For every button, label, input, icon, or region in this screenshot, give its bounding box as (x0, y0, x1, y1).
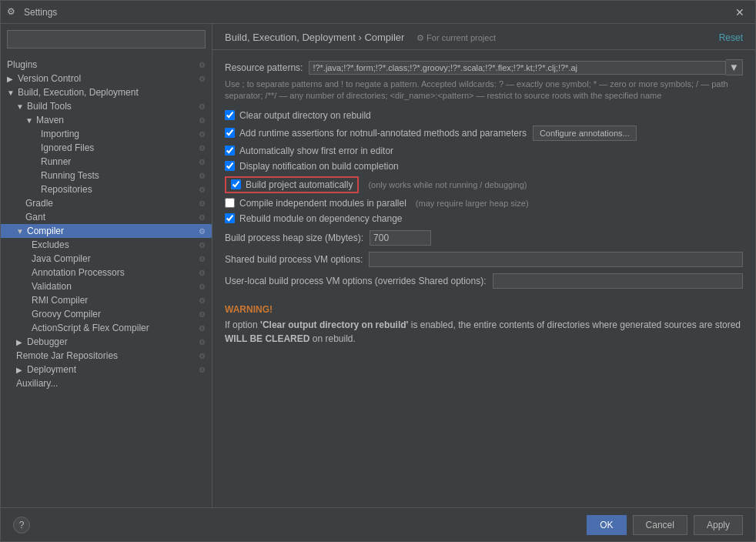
resource-patterns-dropdown-btn[interactable]: ▼ (726, 59, 743, 75)
warning-text: If option 'Clear output directory on reb… (225, 318, 743, 346)
cancel-button[interactable]: Cancel (633, 515, 687, 535)
sidebar-item-gant[interactable]: Gant ⚙ (1, 210, 212, 224)
sidebar-item-excludes[interactable]: Excludes ⚙ (1, 238, 212, 252)
clear-output-checkbox[interactable] (225, 110, 235, 120)
for-current-project[interactable]: ⚙ For current project (416, 33, 496, 42)
settings-gear-icon: ⚙ (199, 310, 206, 319)
sidebar-item-gradle[interactable]: Gradle ⚙ (1, 196, 212, 210)
ok-button[interactable]: OK (587, 515, 626, 535)
show-first-error-label: Automatically show first error in editor (239, 146, 393, 156)
settings-gear-icon: ⚙ (199, 158, 206, 166)
checkbox-row-show-first-error: Automatically show first error in editor (225, 146, 743, 156)
sidebar-item-groovy-compiler[interactable]: Groovy Compiler ⚙ (1, 307, 212, 321)
panel-header: Build, Execution, Deployment › Compiler … (212, 24, 755, 50)
settings-gear-icon: ⚙ (199, 269, 206, 277)
display-notification-label: Display notification on build completion (239, 161, 399, 172)
settings-gear-icon: ⚙ (199, 144, 206, 152)
sidebar-item-plugins[interactable]: Plugins ⚙ (1, 58, 212, 72)
sidebar-item-build-tools[interactable]: ▼ Build Tools ⚙ (1, 99, 212, 113)
settings-gear-icon: ⚙ (199, 255, 206, 263)
checkbox-row-runtime-assertions: Add runtime assertions for notnull-annot… (225, 125, 743, 141)
sidebar-item-java-compiler[interactable]: Java Compiler ⚙ (1, 252, 212, 266)
settings-gear-icon: ⚙ (199, 241, 206, 249)
expand-arrow: ▼ (7, 89, 16, 97)
sidebar-item-repositories[interactable]: Repositories ⚙ (1, 182, 212, 196)
show-first-error-checkbox[interactable] (225, 146, 235, 156)
settings-gear-icon: ⚙ (199, 338, 206, 346)
compile-parallel-checkbox[interactable] (225, 198, 235, 208)
expand-arrow: ▼ (16, 102, 25, 111)
user-vm-row: User-local build process VM options (ove… (225, 273, 743, 289)
shared-vm-label: Shared build process VM options: (225, 254, 363, 265)
user-vm-input[interactable] (493, 273, 744, 289)
sidebar-item-build-execution-deployment[interactable]: ▼ Build, Execution, Deployment (1, 85, 212, 99)
expand-arrow: ▼ (25, 116, 35, 125)
bottom-bar: ? OK Cancel Apply (1, 507, 755, 541)
runtime-assertions-checkbox[interactable] (225, 128, 235, 138)
rebuild-dependency-label: Rebuild module on dependency change (239, 213, 403, 224)
expand-arrow: ▶ (16, 338, 25, 346)
settings-gear-icon: ⚙ (199, 199, 206, 208)
display-notification-checkbox[interactable] (225, 161, 235, 171)
settings-gear-icon: ⚙ (199, 213, 206, 222)
sidebar-item-validation[interactable]: Validation ⚙ (1, 279, 212, 293)
apply-button[interactable]: Apply (694, 515, 743, 535)
configure-annotations-button[interactable]: Configure annotations... (533, 125, 637, 141)
settings-window-icon: ⚙ (7, 6, 19, 18)
compile-parallel-note: (may require larger heap size) (416, 199, 529, 208)
close-button[interactable]: ✕ (731, 5, 749, 20)
settings-gear-icon: ⚙ (199, 130, 206, 139)
build-automatically-checkbox[interactable] (231, 179, 241, 189)
checkbox-row-display-notification: Display notification on build completion (225, 161, 743, 172)
sidebar-item-compiler[interactable]: ▼ Compiler ⚙ (1, 224, 212, 238)
heap-size-label: Build process heap size (Mbytes): (225, 233, 363, 243)
help-button[interactable]: ? (13, 517, 30, 534)
shared-vm-input[interactable] (369, 252, 743, 267)
sidebar-item-actionscript-flex-compiler[interactable]: ActionScript & Flex Compiler ⚙ (1, 321, 212, 335)
sidebar-item-version-control[interactable]: ▶ Version Control ⚙ (1, 72, 212, 85)
heap-size-input[interactable] (370, 230, 431, 246)
settings-window: ⚙ Settings ✕ Plugins ⚙ ▶ Version Control… (0, 0, 756, 542)
window-title: Settings (24, 7, 731, 18)
sidebar-item-maven[interactable]: ▼ Maven ⚙ (1, 113, 212, 127)
sidebar-item-runner[interactable]: Runner ⚙ (1, 155, 212, 169)
settings-gear-icon: ⚙ (199, 352, 206, 360)
sidebar-item-running-tests[interactable]: Running Tests ⚙ (1, 169, 212, 182)
settings-gear-icon: ⚙ (199, 61, 206, 69)
heap-size-row: Build process heap size (Mbytes): (225, 230, 743, 246)
sidebar-item-remote-jar-repos[interactable]: Remote Jar Repositories ⚙ (1, 349, 212, 363)
warning-box: WARNING! If option 'Clear output directo… (225, 304, 743, 346)
user-vm-label: User-local build process VM options (ove… (225, 276, 487, 286)
settings-gear-icon: ⚙ (199, 172, 206, 180)
sidebar-item-deployment[interactable]: ▶ Deployment ⚙ (1, 363, 212, 376)
checkbox-row-rebuild-dependency: Rebuild module on dependency change (225, 213, 743, 224)
sidebar-item-annotation-processors[interactable]: Annotation Processors ⚙ (1, 266, 212, 279)
sidebar: Plugins ⚙ ▶ Version Control ⚙ ▼ Build, E… (1, 24, 212, 507)
sidebar-item-importing[interactable]: Importing ⚙ (1, 127, 212, 141)
resource-patterns-hint: Use ; to separate patterns and ! to nega… (225, 79, 743, 102)
resource-patterns-input[interactable] (309, 61, 725, 75)
search-input[interactable] (7, 30, 206, 49)
compile-parallel-label: Compile independent modules in parallel (239, 198, 406, 209)
shared-vm-row: Shared build process VM options: (225, 252, 743, 267)
settings-gear-icon: ⚙ (199, 116, 206, 125)
expand-arrow: ▶ (16, 366, 25, 374)
right-panel: Build, Execution, Deployment › Compiler … (212, 24, 755, 507)
main-content: Plugins ⚙ ▶ Version Control ⚙ ▼ Build, E… (1, 24, 755, 507)
breadcrumb: Build, Execution, Deployment › Compiler … (225, 32, 496, 43)
rebuild-dependency-checkbox[interactable] (225, 213, 235, 223)
reset-link[interactable]: Reset (719, 32, 743, 43)
warning-text-content: If option 'Clear output directory on reb… (225, 320, 741, 344)
sidebar-item-rmi-compiler[interactable]: RMI Compiler ⚙ (1, 293, 212, 307)
sidebar-item-debugger[interactable]: ▶ Debugger ⚙ (1, 335, 212, 349)
runtime-assertions-label: Add runtime assertions for notnull-annot… (239, 128, 527, 139)
breadcrumb-part1: Build, Execution, Deployment (225, 32, 356, 43)
checkbox-row-build-automatically: Build project automatically (225, 176, 359, 193)
sidebar-item-auxiliary[interactable]: Auxiliary... (1, 376, 212, 390)
sidebar-item-ignored-files[interactable]: Ignored Files ⚙ (1, 141, 212, 155)
checkbox-row-clear-output: Clear output directory on rebuild (225, 110, 743, 121)
clear-output-label: Clear output directory on rebuild (239, 110, 371, 121)
settings-gear-icon: ⚙ (199, 102, 206, 111)
breadcrumb-part2: Compiler (364, 32, 404, 43)
settings-gear-icon: ⚙ (199, 324, 206, 333)
